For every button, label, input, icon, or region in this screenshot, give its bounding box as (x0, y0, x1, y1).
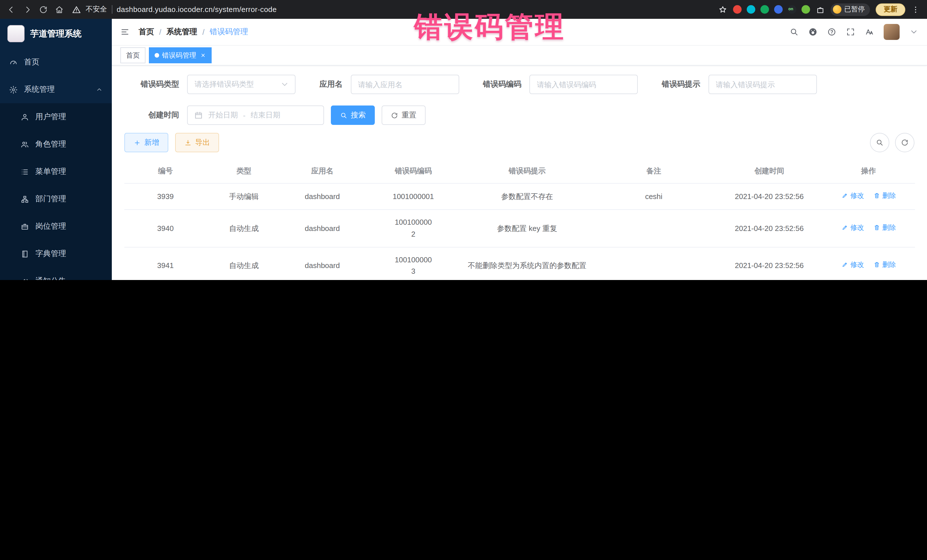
edit-link[interactable]: 修改 (841, 260, 864, 270)
bookmark-star-icon[interactable] (718, 5, 727, 14)
profile-avatar-icon (833, 5, 842, 14)
book-icon (21, 249, 29, 258)
cell-id: 3941 (125, 247, 207, 280)
refresh-table-button[interactable] (895, 133, 915, 152)
reset-button[interactable]: 重置 (381, 106, 426, 125)
cell-hint: 参数配置 key 重复 (463, 210, 591, 247)
extension-leaf-icon[interactable] (801, 5, 810, 14)
extensions-puzzle-icon[interactable] (816, 5, 825, 14)
fullscreen-icon[interactable] (846, 27, 855, 36)
browser-back-icon[interactable] (7, 5, 16, 14)
address-url[interactable]: dashboard.yudao.iocoder.cn/system/error-… (117, 5, 277, 14)
trash-icon (873, 261, 880, 268)
user-avatar[interactable] (884, 24, 900, 40)
sidebar-item-system[interactable]: 系统管理 (0, 76, 112, 103)
cell-id: 3940 (125, 210, 207, 247)
browser-update-button[interactable]: 更新 (876, 3, 905, 16)
breadcrumb-item[interactable]: 首页 (138, 27, 154, 37)
font-size-icon[interactable] (865, 27, 874, 36)
cell-code: 1001000003 (363, 247, 463, 280)
user-menu-caret-icon[interactable] (909, 27, 918, 36)
edit-icon (841, 224, 848, 231)
col-code: 错误码编码 (363, 159, 463, 183)
error-hint-input[interactable] (708, 75, 817, 94)
cell-time: 2021-04-20 23:52:56 (716, 183, 822, 210)
sidebar-item-role[interactable]: 角色管理 (0, 131, 112, 158)
app-title: 芋道管理系统 (30, 28, 82, 39)
sidebar-toggle-icon[interactable] (120, 27, 129, 36)
sidebar-item-label: 角色管理 (35, 139, 66, 149)
edit-link[interactable]: 修改 (841, 222, 864, 233)
col-hint: 错误码提示 (463, 159, 591, 183)
tab-error-code[interactable]: 错误码管理 (149, 47, 212, 63)
breadcrumb-separator: / (202, 28, 205, 36)
cell-code: 1001000002 (363, 210, 463, 247)
security-warning-icon[interactable] (72, 5, 81, 14)
page-content: 错误码类型 请选择错误码类型 应用名 错误码编码 (112, 65, 927, 280)
error-type-select[interactable]: 请选择错误码类型 (187, 75, 295, 94)
sidebar-item-label: 岗位管理 (35, 221, 66, 232)
tab-label: 错误码管理 (162, 50, 196, 60)
delete-link[interactable]: 删除 (873, 260, 896, 270)
breadcrumb-item[interactable]: 系统管理 (167, 27, 198, 37)
browser-reload-icon[interactable] (39, 5, 48, 14)
extension-red-icon[interactable] (733, 5, 742, 14)
create-time-range[interactable]: 开始日期 - 结束日期 (187, 106, 324, 125)
sidebar-item-label: 通知公告 (35, 276, 66, 280)
export-button[interactable]: 导出 (175, 133, 219, 152)
browser-home-icon[interactable] (55, 5, 64, 14)
header-search-icon[interactable] (790, 27, 799, 36)
cell-remark (591, 247, 716, 280)
sidebar-item-label: 系统管理 (24, 84, 55, 95)
sidebar-item-menu[interactable]: 菜单管理 (0, 158, 112, 185)
users-icon (21, 140, 29, 149)
app-logo[interactable]: 芋道管理系统 (0, 19, 112, 49)
extension-dark-on-icon[interactable]: on (788, 5, 796, 14)
help-icon[interactable] (827, 27, 836, 36)
reset-button-label: 重置 (401, 110, 416, 120)
breadcrumb: 首页/系统管理/错误码管理 (138, 27, 248, 37)
chevron-up-icon (96, 86, 103, 93)
add-button[interactable]: 新增 (125, 133, 168, 152)
sidebar-item-home[interactable]: 首页 (0, 49, 112, 76)
add-button-label: 新增 (144, 137, 159, 148)
tab-home[interactable]: 首页 (120, 47, 146, 63)
cell-app: dashboard (281, 183, 363, 210)
extension-teal-icon[interactable] (747, 5, 755, 14)
cell-time: 2021-04-20 23:52:56 (716, 247, 822, 280)
github-icon[interactable] (808, 27, 818, 36)
export-button-label: 导出 (195, 137, 210, 148)
delete-link[interactable]: 删除 (873, 190, 896, 201)
extension-green-check-icon[interactable] (760, 5, 769, 14)
browser-menu-icon[interactable] (911, 5, 920, 14)
edit-link[interactable]: 修改 (841, 190, 864, 201)
delete-link[interactable]: 删除 (873, 222, 896, 233)
browser-forward-icon[interactable] (23, 5, 32, 14)
sidebar-item-user[interactable]: 用户管理 (0, 103, 112, 131)
sidebar-item-post[interactable]: 岗位管理 (0, 213, 112, 240)
breadcrumb-separator: / (159, 28, 161, 36)
breadcrumb-item[interactable]: 错误码管理 (210, 27, 248, 37)
sidebar-item-label: 字典管理 (35, 249, 66, 259)
extension-blue-grid-icon[interactable] (774, 5, 783, 14)
profile-chip[interactable]: 已暂停 (831, 3, 870, 16)
browser-chrome: 不安全 dashboard.yudao.iocoder.cn/system/er… (0, 0, 927, 19)
sidebar-item-notice[interactable]: 通知公告 (0, 267, 112, 280)
table-row: 3939手动编辑dashboard1001000001参数配置不存在ceshi2… (125, 183, 915, 210)
filter-time-label: 创建时间 (125, 110, 179, 120)
gear-icon (9, 85, 18, 94)
sidebar-item-dict[interactable]: 字典管理 (0, 240, 112, 267)
address-bar[interactable]: 不安全 dashboard.yudao.iocoder.cn/system/er… (72, 5, 713, 14)
cell-hint: 不能删除类型为系统内置的参数配置 (463, 247, 591, 280)
search-button[interactable]: 搜索 (331, 106, 375, 125)
cell-app: dashboard (281, 247, 363, 280)
security-label[interactable]: 不安全 (85, 5, 107, 14)
close-icon[interactable] (200, 52, 206, 58)
sidebar-item-dept[interactable]: 部门管理 (0, 185, 112, 213)
trash-icon (873, 224, 880, 231)
toggle-search-button[interactable] (870, 133, 889, 152)
cell-actions: 修改删除 (822, 183, 915, 210)
error-code-input[interactable] (529, 75, 638, 94)
main-area: 首页/系统管理/错误码管理 首页错误码管理 错误码类 (112, 19, 927, 280)
app-name-input[interactable] (351, 75, 459, 94)
